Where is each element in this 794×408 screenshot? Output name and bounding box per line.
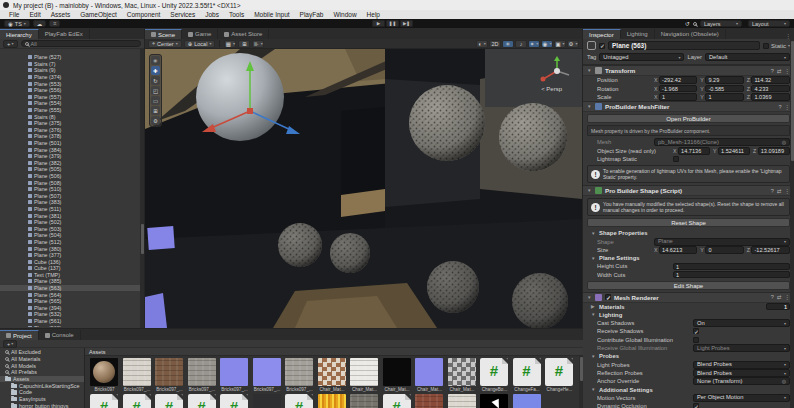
more-menu-icon[interactable]: ⋮ bbox=[785, 32, 794, 39]
favorite-item[interactable]: All Excluded bbox=[0, 349, 84, 356]
materials-count-field[interactable]: 1 bbox=[766, 303, 790, 310]
x-field[interactable]: 14.6213 bbox=[659, 246, 697, 254]
plane-settings-foldout[interactable]: ▼Plane Settings bbox=[583, 254, 794, 262]
inspector-tab[interactable]: Navigation (Obsolete) bbox=[655, 29, 726, 39]
hierarchy-item[interactable]: Plane (504) bbox=[0, 232, 144, 239]
object-picker-icon[interactable]: ◎ bbox=[782, 139, 786, 146]
scene-viewport[interactable]: < Persp ✳ ✚ ↻ ◰ ▭ ⊞ ⚙ bbox=[145, 49, 582, 328]
transform-tool[interactable]: ⊞ bbox=[151, 106, 160, 115]
menu-item[interactable]: Assets bbox=[46, 10, 76, 19]
visibility-dropdown[interactable]: ◉▾ bbox=[541, 40, 553, 48]
hierarchy-item[interactable]: Plane (376) bbox=[0, 127, 144, 134]
hierarchy-item[interactable]: Plane (374) bbox=[0, 74, 144, 81]
scene-lighting-toggle[interactable]: ☀ bbox=[502, 40, 514, 48]
width-cuts-field[interactable]: 1 bbox=[673, 271, 790, 279]
gizmos-dropdown[interactable]: ⚙▾ bbox=[567, 40, 579, 48]
y-field[interactable]: 1 bbox=[705, 93, 743, 101]
object-name-field[interactable]: Plane (563) bbox=[608, 41, 760, 50]
hierarchy-item[interactable]: Plane (557) bbox=[0, 94, 144, 101]
rect-tool[interactable]: ▭ bbox=[151, 96, 160, 105]
presets-icon[interactable]: ⇄ bbox=[777, 188, 782, 194]
hierarchy-item[interactable]: Plane (378) bbox=[0, 133, 144, 140]
asset-item[interactable] bbox=[155, 394, 184, 408]
lightmap-static-checkbox[interactable] bbox=[673, 156, 679, 162]
asset-item[interactable]: Bricks097_... bbox=[188, 358, 217, 392]
y-field[interactable]: 0 bbox=[705, 246, 743, 254]
y-field[interactable]: -0.585 bbox=[705, 85, 743, 93]
asset-item[interactable] bbox=[253, 394, 282, 408]
hierarchy-item[interactable]: Plane (380) bbox=[0, 245, 144, 252]
add-object-button[interactable]: + ▾ bbox=[3, 40, 18, 48]
y-field[interactable]: 1.524611 bbox=[718, 147, 750, 155]
pause-button[interactable]: ❚❚ bbox=[386, 20, 399, 27]
scrollbar-thumb[interactable] bbox=[141, 224, 144, 254]
receive-shadows-checkbox[interactable] bbox=[693, 328, 699, 334]
scrollbar-thumb[interactable] bbox=[580, 357, 583, 381]
x-field[interactable]: -292.42 bbox=[659, 76, 697, 84]
undo-history-icon[interactable]: ↺ bbox=[685, 20, 690, 27]
hierarchy-scrollbar[interactable] bbox=[140, 49, 144, 328]
asset-item[interactable]: ChangeBo... bbox=[480, 358, 509, 392]
folder-item[interactable]: horror button thingys bbox=[0, 403, 84, 408]
hierarchy-item[interactable]: Stairs (9) bbox=[0, 67, 144, 74]
cloud-button[interactable]: ☁ bbox=[33, 20, 47, 27]
account-button[interactable]: ◉ TS ▾ bbox=[4, 20, 30, 27]
hierarchy-item[interactable]: Plane (377) bbox=[0, 252, 144, 259]
renderer-enabled-checkbox[interactable] bbox=[605, 294, 611, 300]
hierarchy-item[interactable]: Plane (379) bbox=[0, 153, 144, 160]
services-button[interactable]: ⌗ bbox=[49, 20, 60, 27]
hierarchy-item[interactable]: Plane (507) bbox=[0, 192, 144, 199]
asset-item[interactable] bbox=[318, 394, 347, 408]
asset-item[interactable] bbox=[415, 394, 444, 408]
shape-header[interactable]: ▼ Pro Builder Shape (Script) ?⇄⋮ bbox=[583, 185, 794, 196]
asset-item[interactable]: Chair_Mat... bbox=[448, 358, 477, 392]
hierarchy-item[interactable]: Plane (506) bbox=[0, 173, 144, 180]
hierarchy-search-input[interactable]: All bbox=[21, 40, 141, 47]
hierarchy-item[interactable]: Plane (561) bbox=[0, 318, 144, 325]
hierarchy-item[interactable]: Plane (511) bbox=[0, 206, 144, 213]
camera-settings-dropdown[interactable]: ▣▾ bbox=[554, 40, 566, 48]
move-tool[interactable]: ✚ bbox=[151, 66, 160, 75]
snap-settings-dropdown[interactable]: ⊪▾ bbox=[252, 40, 264, 48]
hierarchy-item[interactable]: Cube (136) bbox=[0, 258, 144, 265]
active-checkbox[interactable] bbox=[599, 43, 605, 49]
hierarchy-item[interactable]: Plane (383) bbox=[0, 199, 144, 206]
pivot-mode-dropdown[interactable]: ⌖ Center ▾ bbox=[148, 40, 182, 48]
hierarchy-tab[interactable]: PlayFab EdEx bbox=[39, 29, 90, 39]
lighting-foldout[interactable]: ▼Lighting bbox=[583, 311, 794, 319]
hierarchy-item[interactable]: Plane (553) bbox=[0, 80, 144, 87]
cast-shadows-dropdown[interactable]: On▾ bbox=[693, 319, 790, 327]
folder-item[interactable]: EasyInputs bbox=[0, 396, 84, 403]
hierarchy-item[interactable]: Plane (532) bbox=[0, 311, 144, 318]
hierarchy-item[interactable]: Stairs (8) bbox=[0, 113, 144, 120]
folder-item[interactable]: CapuchinLikeStartingSce bbox=[0, 382, 84, 389]
menu-item[interactable]: Window bbox=[328, 10, 361, 19]
scale-tool[interactable]: ◰ bbox=[151, 86, 160, 95]
inspector-tab[interactable]: Lighting bbox=[621, 29, 655, 39]
probes-foldout[interactable]: ▼Probes bbox=[583, 352, 794, 360]
hierarchy-item[interactable]: Plane (385) bbox=[0, 278, 144, 285]
renderer-header[interactable]: ▼ Mesh Renderer ?⇄⋮ bbox=[583, 292, 794, 303]
asset-item[interactable] bbox=[448, 394, 477, 408]
hierarchy-item[interactable]: Plane (556) bbox=[0, 87, 144, 94]
menu-item[interactable]: Jobs bbox=[200, 10, 224, 19]
favorite-item[interactable]: All Models bbox=[0, 362, 84, 369]
inspector-tab[interactable]: Inspector bbox=[583, 29, 621, 39]
asset-item[interactable]: Bricks097_... bbox=[220, 358, 249, 392]
custom-tool[interactable]: ⚙ bbox=[151, 116, 160, 125]
scene-tab[interactable]: Asset Store bbox=[218, 29, 269, 39]
layout-dropdown[interactable]: Layout ▾ bbox=[748, 20, 790, 27]
asset-item[interactable] bbox=[123, 394, 152, 408]
mesh-object-field[interactable]: pb_Mesh-13166(Clone) ◎ bbox=[654, 138, 790, 146]
asset-item[interactable] bbox=[383, 394, 412, 408]
presets-icon[interactable]: ⇄ bbox=[777, 294, 782, 300]
2d-toggle-button[interactable]: 2D bbox=[489, 40, 501, 48]
hierarchy-item[interactable]: Plane (565) bbox=[0, 298, 144, 305]
asset-item[interactable] bbox=[513, 394, 542, 408]
asset-item[interactable] bbox=[480, 394, 509, 408]
anchor-override-field[interactable]: None (Transform) ◎ bbox=[693, 377, 790, 385]
reset-shape-button[interactable]: Reset Shape bbox=[587, 218, 790, 227]
effects-dropdown[interactable]: ✶▾ bbox=[528, 40, 540, 48]
help-icon[interactable]: ? bbox=[771, 294, 774, 300]
asset-item[interactable]: Bricks097_... bbox=[155, 358, 184, 392]
